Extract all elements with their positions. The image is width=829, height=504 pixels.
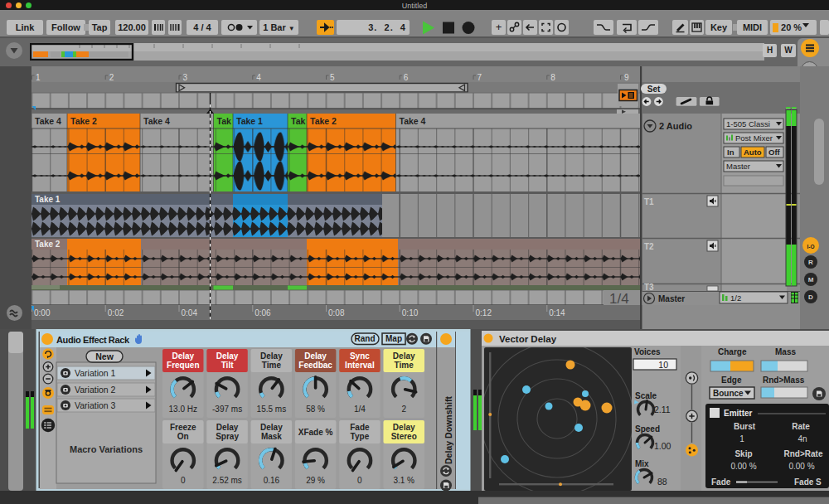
svg-text:2 Audio: 2 Audio bbox=[659, 121, 692, 131]
svg-text:T3: T3 bbox=[644, 283, 654, 292]
svg-text:T2: T2 bbox=[644, 242, 654, 251]
svg-text:Type: Type bbox=[351, 432, 370, 441]
svg-text:Edge: Edge bbox=[721, 376, 742, 385]
svg-text:Frequen: Frequen bbox=[167, 361, 199, 370]
svg-text:2: 2 bbox=[109, 73, 114, 82]
svg-text:0:02: 0:02 bbox=[108, 308, 124, 317]
svg-text:6: 6 bbox=[404, 73, 409, 82]
svg-text:2: 2 bbox=[401, 405, 406, 414]
svg-text:Interval: Interval bbox=[345, 361, 375, 370]
svg-text:Take 4: Take 4 bbox=[143, 116, 170, 126]
svg-text:Time: Time bbox=[262, 361, 282, 370]
svg-text:58 %: 58 % bbox=[306, 405, 325, 414]
svg-text:5: 5 bbox=[330, 73, 335, 82]
svg-text:Charge: Charge bbox=[718, 347, 747, 356]
svg-text:Sync: Sync bbox=[350, 351, 370, 361]
svg-text:4n: 4n bbox=[797, 434, 807, 443]
svg-text:Feedbac: Feedbac bbox=[298, 361, 332, 370]
svg-text:0:06: 0:06 bbox=[255, 308, 271, 317]
svg-text:Delay: Delay bbox=[172, 351, 194, 361]
svg-text:Variation 2: Variation 2 bbox=[75, 385, 116, 395]
svg-text:Master: Master bbox=[726, 162, 750, 171]
svg-text:1: 1 bbox=[36, 73, 41, 82]
svg-text:Fade S: Fade S bbox=[794, 477, 822, 487]
svg-text:Fade: Fade bbox=[711, 477, 731, 487]
svg-text:Emitter: Emitter bbox=[724, 409, 753, 418]
svg-text:-397 ms: -397 ms bbox=[212, 405, 242, 414]
svg-text:Rnd>Rate: Rnd>Rate bbox=[784, 449, 823, 458]
svg-text:New: New bbox=[95, 351, 114, 361]
svg-text:Map: Map bbox=[385, 334, 402, 343]
svg-text:Rate: Rate bbox=[792, 422, 810, 431]
svg-text:0.16: 0.16 bbox=[264, 476, 280, 485]
svg-text:Delay: Delay bbox=[216, 351, 239, 361]
svg-text:Delay: Delay bbox=[216, 423, 239, 432]
svg-text:Tak: Tak bbox=[217, 116, 231, 126]
svg-text:Scale: Scale bbox=[635, 391, 657, 400]
svg-text:Take 1: Take 1 bbox=[236, 116, 263, 126]
svg-text:Delay: Delay bbox=[393, 423, 415, 432]
svg-text:1/4: 1/4 bbox=[354, 405, 366, 414]
svg-text:3.1 %: 3.1 % bbox=[393, 476, 414, 485]
svg-text:0.00 %: 0.00 % bbox=[730, 462, 756, 471]
svg-text:Bounce: Bounce bbox=[713, 389, 744, 398]
svg-text:8: 8 bbox=[550, 73, 555, 82]
svg-text:0.00 %: 0.00 % bbox=[788, 462, 814, 471]
svg-text:Post Mixer: Post Mixer bbox=[735, 133, 773, 143]
svg-text:13.0 Hz: 13.0 Hz bbox=[169, 405, 197, 414]
svg-text:0:00: 0:00 bbox=[34, 308, 51, 317]
svg-text:Tak: Tak bbox=[291, 116, 305, 126]
svg-text:Delay: Delay bbox=[393, 351, 415, 361]
svg-text:Audio Effect Rack: Audio Effect Rack bbox=[56, 335, 130, 345]
svg-text:XFade %: XFade % bbox=[298, 428, 333, 437]
svg-text:Delay: Delay bbox=[260, 423, 283, 432]
svg-text:Spray: Spray bbox=[216, 432, 239, 441]
svg-text:1/4: 1/4 bbox=[609, 291, 629, 307]
svg-text:Tilt: Tilt bbox=[221, 361, 234, 370]
svg-text:2.52 ms: 2.52 ms bbox=[212, 476, 242, 485]
svg-text:I-O: I-O bbox=[807, 244, 814, 250]
svg-text:15.5 ms: 15.5 ms bbox=[257, 405, 287, 414]
svg-text:Mass: Mass bbox=[775, 347, 796, 356]
svg-text:Delay Downshift: Delay Downshift bbox=[444, 396, 453, 465]
svg-text:Macro Variations: Macro Variations bbox=[70, 444, 143, 454]
svg-text:Mask: Mask bbox=[261, 432, 282, 441]
svg-text:Take 4: Take 4 bbox=[400, 116, 426, 126]
svg-text:Take 2: Take 2 bbox=[70, 116, 97, 126]
svg-text:0:12: 0:12 bbox=[476, 308, 492, 317]
svg-text:Mix: Mix bbox=[635, 459, 649, 468]
svg-text:Freeze: Freeze bbox=[170, 423, 196, 432]
svg-text:In: In bbox=[727, 148, 734, 157]
svg-text:T1: T1 bbox=[644, 197, 654, 206]
svg-text:Vector Delay: Vector Delay bbox=[499, 334, 557, 344]
svg-text:88: 88 bbox=[657, 477, 667, 487]
svg-text:Skip: Skip bbox=[734, 449, 752, 458]
svg-text:0:04: 0:04 bbox=[182, 308, 198, 317]
svg-text:Variation 1: Variation 1 bbox=[75, 368, 116, 378]
svg-text:Delay: Delay bbox=[304, 351, 327, 361]
svg-text:1: 1 bbox=[739, 434, 744, 443]
svg-text:Master: Master bbox=[658, 294, 685, 303]
svg-text:Auto: Auto bbox=[744, 148, 762, 157]
svg-text:Fade: Fade bbox=[350, 423, 370, 432]
svg-text:Time: Time bbox=[395, 361, 414, 370]
svg-text:Take 1: Take 1 bbox=[35, 195, 61, 204]
svg-text:Variation 3: Variation 3 bbox=[75, 400, 116, 410]
svg-text:29 %: 29 % bbox=[306, 476, 325, 485]
svg-text:0: 0 bbox=[181, 476, 186, 485]
svg-text:Burst: Burst bbox=[734, 422, 756, 431]
svg-text:Stereo: Stereo bbox=[391, 432, 417, 441]
svg-text:9: 9 bbox=[624, 73, 629, 82]
svg-text:10: 10 bbox=[658, 360, 668, 370]
svg-text:2.11: 2.11 bbox=[654, 405, 671, 414]
svg-text:Take 4: Take 4 bbox=[35, 116, 61, 126]
svg-text:On: On bbox=[177, 432, 189, 441]
svg-text:3: 3 bbox=[183, 73, 188, 82]
svg-text:M: M bbox=[808, 276, 814, 284]
svg-text:Set: Set bbox=[647, 85, 661, 94]
svg-text:Speed: Speed bbox=[635, 424, 660, 434]
svg-text:4: 4 bbox=[256, 73, 261, 82]
svg-text:Voices: Voices bbox=[634, 347, 661, 356]
svg-text:Rnd>Mass: Rnd>Mass bbox=[763, 376, 805, 385]
svg-text:0:14: 0:14 bbox=[549, 308, 565, 317]
